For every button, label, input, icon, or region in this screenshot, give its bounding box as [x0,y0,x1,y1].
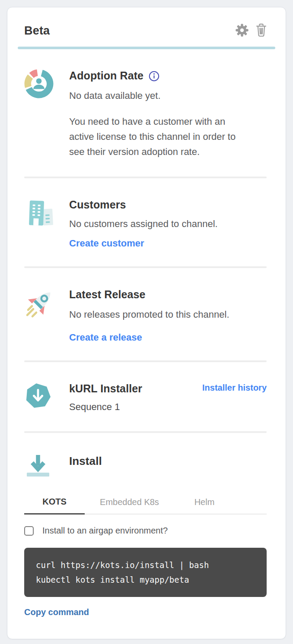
tab-kots[interactable]: KOTS [24,497,85,515]
adoption-rate-empty-message: No data available yet. [69,89,267,103]
customers-section: Customers No customers assigned to chann… [24,178,267,249]
kurl-installer-section: kURL Installer Installer history Sequenc… [24,362,267,414]
kurl-heptagon-download-icon [24,404,52,411]
latest-release-empty-message: No releases promoted to this channel. [69,308,267,322]
latest-release-section: Latest Release No releases promoted to t… [24,268,267,343]
airgap-row: Install to an airgap environment? [24,526,267,536]
channel-actions [235,23,268,38]
trash-icon [255,23,268,38]
create-release-link[interactable]: Create a release [69,332,142,343]
install-section: Install [24,433,267,480]
gear-icon [235,23,249,38]
channel-settings-button[interactable] [235,23,249,38]
latest-release-title: Latest Release [69,287,267,302]
install-command-line: kubectl kots install myapp/beta [36,572,255,587]
create-customer-link[interactable]: Create customer [69,238,144,249]
installer-sequence: Sequence 1 [69,400,267,414]
adoption-rate-hint: You need to have a customer with an acti… [69,114,252,159]
channel-card-header: Beta [7,7,286,38]
tab-helm[interactable]: Helm [174,497,235,514]
customers-empty-message: No customers assigned to channel. [69,217,267,231]
copy-command-link[interactable]: Copy command [24,607,89,617]
install-title: Install [69,454,267,468]
channel-delete-button[interactable] [255,23,268,38]
rocket-icon [24,313,57,320]
channel-name: Beta [24,24,50,38]
install-command-line: curl https://kots.io/install | bash [36,558,255,572]
customers-title: Customers [69,197,267,212]
airgap-checkbox[interactable] [24,526,34,536]
info-icon[interactable] [149,71,159,82]
airgap-label[interactable]: Install to an airgap environment? [42,526,168,536]
kurl-installer-title: kURL Installer [69,381,142,396]
adoption-rate-section: Adoption Rate No data available yet. You… [24,49,267,159]
tab-embedded-k8s[interactable]: Embedded K8s [85,497,174,514]
download-icon [24,473,52,480]
installer-history-link[interactable]: Installer history [202,383,267,393]
channel-card: Beta [7,7,286,639]
adoption-rate-title: Adoption Rate [69,68,143,83]
install-command-block: curl https://kots.io/install | bash kube… [24,548,267,597]
install-tabs: KOTS Embedded K8s Helm [24,497,267,515]
customers-buildings-icon [24,221,55,229]
adoption-rate-donut-icon [24,92,54,100]
